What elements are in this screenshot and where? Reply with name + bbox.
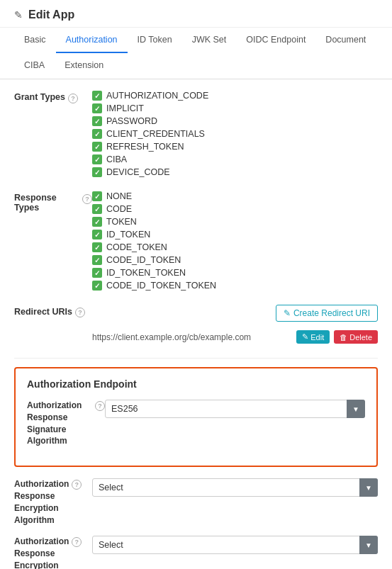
- signature-algorithm-field: AuthorizationResponseSignatureAlgorithm …: [27, 400, 365, 447]
- tab-id-token[interactable]: ID Token: [128, 28, 182, 53]
- signature-algorithm-wrapper: ES256 RS256 PS256 none ▼: [105, 400, 365, 418]
- response-type-token: TOKEN: [92, 217, 378, 227]
- response-types-section: Response Types ? NONE CODE TOKEN ID_TOKE…: [14, 191, 378, 293]
- tab-bar: Basic Authorization ID Token JWK Set OID…: [0, 28, 392, 79]
- response-type-code-token: CODE_TOKEN: [92, 242, 378, 252]
- response-type-code-id-token: CODE_ID_TOKEN: [92, 255, 378, 265]
- encryption-algorithm-select[interactable]: Select: [92, 478, 378, 497]
- response-types-list: NONE CODE TOKEN ID_TOKEN CODE_TOKEN CODE…: [92, 191, 378, 293]
- grant-types-list: AUTHORIZATION_CODE IMPLICIT PASSWORD CLI…: [92, 91, 378, 180]
- tab-basic[interactable]: Basic: [14, 28, 56, 53]
- grant-type-device-code: DEVICE_CODE: [92, 167, 378, 177]
- redirect-header: Redirect URIs ? ✎ Create Redirect URI: [14, 305, 378, 322]
- signature-algorithm-select[interactable]: ES256 RS256 PS256 none: [105, 400, 365, 418]
- redirect-uri-row: https://client.example.org/cb/example.co…: [92, 327, 378, 347]
- checkbox-none[interactable]: [92, 191, 102, 201]
- checkbox-ciba[interactable]: [92, 154, 102, 164]
- encoding-algorithm-section: AuthorizationResponseEncryptionEncodingA…: [14, 536, 378, 569]
- redirect-uri-text: https://client.example.org/cb/example.co…: [92, 332, 251, 342]
- grant-type-authorization-code: AUTHORIZATION_CODE: [92, 91, 378, 101]
- tab-oidc-endpoint[interactable]: OIDC Endpoint: [236, 28, 315, 53]
- checkbox-code[interactable]: [92, 204, 102, 214]
- checkbox-authorization-code[interactable]: [92, 91, 102, 101]
- edit-redirect-uri-button[interactable]: ✎ Edit: [296, 330, 330, 344]
- checkbox-client-credentials[interactable]: [92, 129, 102, 139]
- signature-algorithm-help-icon[interactable]: ?: [95, 401, 105, 411]
- checkbox-id-token-token[interactable]: [92, 268, 102, 278]
- page-title: Edit App: [28, 9, 74, 21]
- grant-types-section: Grant Types ? AUTHORIZATION_CODE IMPLICI…: [14, 91, 378, 180]
- checkbox-implicit[interactable]: [92, 103, 102, 113]
- response-type-none: NONE: [92, 191, 378, 201]
- redirect-uris-section: Redirect URIs ? ✎ Create Redirect URI ht…: [14, 305, 378, 347]
- authorization-endpoint-section: Authorization Endpoint AuthorizationResp…: [14, 367, 378, 467]
- section-divider: [14, 358, 378, 359]
- tab-authorization[interactable]: Authorization: [56, 28, 128, 53]
- encoding-algorithm-select[interactable]: Select: [92, 536, 378, 554]
- grant-types-help-icon[interactable]: ?: [68, 94, 78, 103]
- redirect-uris-help-icon[interactable]: ?: [75, 308, 85, 317]
- response-type-id-token: ID_TOKEN: [92, 230, 378, 240]
- checkbox-device-code[interactable]: [92, 167, 102, 177]
- checkbox-code-id-token-token[interactable]: [92, 281, 102, 291]
- encoding-algorithm-label: AuthorizationResponseEncryptionEncodingA…: [14, 536, 92, 569]
- grant-type-implicit: IMPLICIT: [92, 103, 378, 113]
- encryption-algorithm-help-icon[interactable]: ?: [72, 480, 82, 490]
- grant-type-refresh-token: REFRESH_TOKEN: [92, 142, 378, 152]
- trash-icon: 🗑: [340, 333, 347, 342]
- encoding-algorithm-help-icon[interactable]: ?: [72, 537, 82, 547]
- checkbox-token[interactable]: [92, 217, 102, 227]
- main-content: Grant Types ? AUTHORIZATION_CODE IMPLICI…: [0, 79, 392, 569]
- signature-algorithm-label: AuthorizationResponseSignatureAlgorithm …: [27, 400, 105, 447]
- tab-document[interactable]: Document: [315, 28, 376, 53]
- checkbox-code-id-token[interactable]: [92, 255, 102, 265]
- checkbox-refresh-token[interactable]: [92, 142, 102, 152]
- response-type-code: CODE: [92, 204, 378, 214]
- redirect-uri-actions: ✎ Edit 🗑 Delete: [296, 330, 378, 344]
- grant-type-password: PASSWORD: [92, 116, 378, 126]
- tab-jwk-set[interactable]: JWK Set: [182, 28, 237, 53]
- create-icon: ✎: [284, 308, 291, 318]
- response-type-code-id-token-token: CODE_ID_TOKEN_TOKEN: [92, 281, 378, 291]
- checkbox-code-token[interactable]: [92, 242, 102, 252]
- response-type-id-token-token: ID_TOKEN_TOKEN: [92, 268, 378, 278]
- tab-extension[interactable]: Extension: [55, 53, 113, 79]
- checkbox-password[interactable]: [92, 116, 102, 126]
- grant-type-client-credentials: CLIENT_CREDENTIALS: [92, 129, 378, 139]
- encoding-algorithm-wrapper: Select ▼: [92, 536, 378, 554]
- encryption-algorithm-label: AuthorizationResponseEncryptionAlgorithm…: [14, 478, 92, 526]
- response-types-label: Response Types ?: [14, 191, 92, 293]
- encryption-algorithm-section: AuthorizationResponseEncryptionAlgorithm…: [14, 478, 378, 526]
- delete-redirect-uri-button[interactable]: 🗑 Delete: [334, 330, 378, 344]
- redirect-uris-label: Redirect URIs ?: [14, 305, 92, 317]
- create-redirect-uri-button[interactable]: ✎ Create Redirect URI: [276, 305, 378, 322]
- grant-type-ciba: CIBA: [92, 154, 378, 164]
- grant-types-label: Grant Types ?: [14, 91, 92, 180]
- response-types-help-icon[interactable]: ?: [82, 194, 92, 204]
- page-header: ✎ Edit App: [0, 0, 392, 28]
- authorization-endpoint-title: Authorization Endpoint: [27, 378, 365, 390]
- edit-page-icon: ✎: [14, 9, 23, 21]
- encryption-algorithm-wrapper: Select ▼: [92, 478, 378, 497]
- tab-ciba[interactable]: CIBA: [14, 53, 55, 79]
- edit-icon: ✎: [302, 332, 308, 342]
- checkbox-id-token[interactable]: [92, 230, 102, 240]
